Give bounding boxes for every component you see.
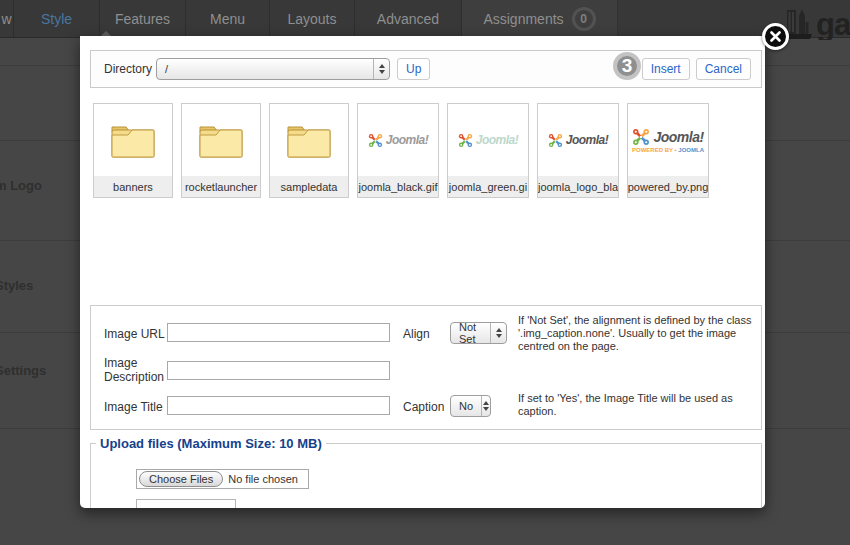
next-upload-control-partial [136,499,236,508]
sidebar-label-styles: Styles [0,278,33,293]
caption-label: Caption [403,400,444,414]
upload-legend: Upload files (Maximum Size: 10 MB) [96,436,326,451]
directory-label: Directory [104,62,152,76]
joomla-wordmark: Joomla! [386,133,429,147]
tab-style[interactable]: Style [14,0,100,38]
file-browser-grid: banners rocketlauncher [93,103,709,198]
file-name: powered_by.png [628,176,708,197]
insert-button[interactable]: Insert [642,58,690,80]
upload-files-section: Upload files (Maximum Size: 10 MB) Choos… [90,436,762,508]
image-title-input[interactable] [167,396,390,415]
image-title-label: Image Title [104,400,163,414]
align-label: Align [403,327,430,341]
joomla-wordmark: Joomla! [476,133,519,147]
tab-advanced[interactable]: Advanced [355,0,462,38]
file-name: banners [94,176,172,197]
image-tile-powered-by[interactable]: Joomla! POWERED BY • JOOMLA powered_by.p… [627,103,709,198]
modal-toolbar: Directory / Up 3 Insert Cancel [90,50,762,88]
file-name: joomla_green.gi [448,176,528,197]
file-name: rocketlauncher [182,176,260,197]
image-url-label: Image URL [104,327,165,341]
select-stepper-icon [481,396,490,416]
sidebar-label-settings: Settings [0,363,46,378]
select-stepper-icon [490,323,506,343]
image-properties-form: Image URL Align Not Set If 'Not Set', th… [90,305,762,430]
close-icon [770,31,781,42]
sidebar-label-logo: m Logo [0,178,42,193]
file-name: joomla_black.gif [358,176,438,197]
file-name: sampledata [270,176,348,197]
file-name: joomla_logo_bla [538,176,618,197]
folder-icon [284,119,334,161]
folder-tile-sampledata[interactable]: sampledata [269,103,349,198]
caption-select[interactable]: No [450,395,491,417]
tab-label: Advanced [377,11,439,27]
joomla-wordmark: Joomla! [653,129,703,145]
image-description-input[interactable] [167,361,390,380]
tab-layouts[interactable]: Layouts [270,0,355,38]
align-value: Not Set [451,322,490,344]
joomla-logo-icon [548,133,563,148]
tab-label: Menu [210,11,245,27]
assignments-count-badge: 0 [572,7,596,31]
joomla-wordmark: Joomla! [566,133,609,147]
tab-label: Style [41,11,72,27]
up-button[interactable]: Up [397,58,430,80]
image-description-label: Image Description [104,356,162,384]
folder-icon [196,119,246,161]
folder-tile-banners[interactable]: banners [93,103,173,198]
step-3-badge: 3 [613,52,641,80]
modal-close-button[interactable] [762,23,789,50]
powered-by-text: POWERED BY • JOOMLA [632,147,704,153]
gantry-logo: ga [784,0,850,40]
choose-files-button[interactable]: Choose Files [139,471,223,487]
cancel-button[interactable]: Cancel [696,58,751,80]
tab-menu[interactable]: Menu [186,0,270,38]
tab-label: Features [115,11,170,27]
media-picker-modal: Directory / Up 3 Insert Cancel [80,36,765,508]
tab-label: Assignments [483,11,563,27]
toolbar-actions: Insert Cancel [642,58,751,80]
caption-help-text: If set to 'Yes', the Image Title will be… [518,392,754,418]
align-select[interactable]: Not Set [450,322,507,344]
tab-assignments[interactable]: Assignments 0 [462,0,618,38]
tab-overview-partial[interactable]: w [0,0,14,38]
select-stepper-icon [373,59,389,79]
directory-value: / [157,63,373,75]
directory-select[interactable]: / [156,58,390,80]
file-chosen-status: No file chosen [228,473,298,485]
joomla-logo-icon [632,128,650,146]
file-input[interactable]: Choose Files No file chosen [136,469,309,489]
tab-label: Layouts [287,11,336,27]
screen: w Style Features Menu Layouts Advanced A… [0,0,850,545]
folder-icon [108,119,158,161]
tab-label: w [1,11,11,27]
image-tile-joomla-logo-black[interactable]: Joomla! joomla_logo_bla [537,103,619,198]
image-url-input[interactable] [167,323,390,342]
image-tile-joomla-green[interactable]: Joomla! joomla_green.gi [447,103,529,198]
gantry-wordmark: ga [816,10,850,40]
align-help-text: If 'Not Set', the alignment is defined b… [518,314,754,353]
joomla-logo-icon [368,133,383,148]
caption-value: No [451,400,481,412]
background-tabbar: w Style Features Menu Layouts Advanced A… [0,0,850,38]
joomla-logo-icon [458,133,473,148]
image-tile-joomla-black[interactable]: Joomla! joomla_black.gif [357,103,439,198]
folder-tile-rocketlauncher[interactable]: rocketlauncher [181,103,261,198]
